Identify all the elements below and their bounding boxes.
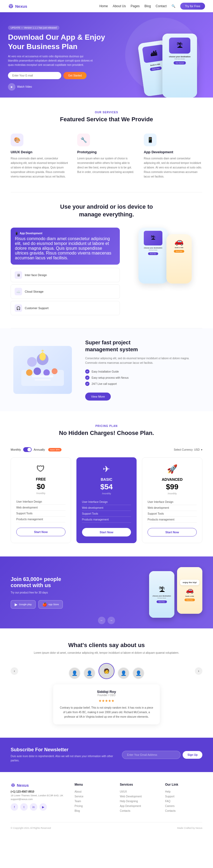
basic-plan-name: BASIC bbox=[82, 477, 131, 482]
hero-section: UPDATE — Version 1.1.1 has just released… bbox=[0, 12, 213, 97]
manage-phone2-label: book a ride bbox=[175, 247, 183, 248]
footer-menu-about[interactable]: About bbox=[75, 790, 112, 793]
manage-feature-cloud[interactable]: ☁️ Cloud Storage bbox=[11, 284, 120, 299]
footer-link-careers[interactable]: Careers bbox=[165, 805, 202, 807]
project-illustration bbox=[13, 346, 72, 394]
try-free-button[interactable]: Try for Free bbox=[180, 3, 205, 9]
footer-phone[interactable]: (+1) 123-4567-8910 bbox=[11, 790, 67, 793]
footer-menu-service[interactable]: Service bbox=[75, 795, 112, 798]
search-icon[interactable]: 🔍 bbox=[172, 4, 175, 8]
manage-feature-ui[interactable]: 🖥 Inter face Design bbox=[11, 268, 120, 282]
avatar-4[interactable]: 👤 bbox=[118, 667, 130, 679]
avatar-1[interactable]: 👤 bbox=[69, 667, 80, 679]
footer-link-support[interactable]: Support bbox=[165, 795, 202, 798]
phone-screen-text: book a ride bbox=[150, 63, 160, 66]
footer-service-helpdesign[interactable]: Help Designing bbox=[120, 800, 157, 803]
pricing-currency-label: Select Currency bbox=[174, 448, 193, 451]
cta-desc: Try our product free for 30 days bbox=[11, 591, 141, 595]
hero-email-input[interactable] bbox=[8, 72, 61, 79]
avatar-3[interactable]: 🧑 bbox=[99, 663, 114, 679]
footer-address: 18 Lower Thames Street, London EC3R 6AD,… bbox=[11, 794, 67, 797]
footer-menu-pricing[interactable]: Pricing bbox=[75, 805, 112, 807]
pricing-monthly-label: Monthly bbox=[11, 448, 21, 451]
manage-phone2-car: 🚗 bbox=[174, 237, 184, 246]
pricing-save-badge: Save 30% bbox=[48, 448, 62, 452]
advanced-plan-icon: 🚀 bbox=[147, 464, 197, 474]
testimonials-next-button[interactable]: › bbox=[195, 667, 202, 675]
footer-menu-blog[interactable]: Blog bbox=[75, 809, 112, 812]
testimonials-prev-button[interactable]: ‹ bbox=[11, 667, 18, 675]
footer-service-contacts[interactable]: Contacts bbox=[120, 809, 157, 812]
feature-dot-1 bbox=[85, 369, 90, 374]
next-arrow-button[interactable]: → bbox=[108, 617, 115, 624]
google-play-button[interactable]: ▶ Google play bbox=[11, 600, 36, 609]
manage-app-card-desc: Risus commodo diam amet consectetur adip… bbox=[15, 237, 115, 260]
manage-left: 📱 App Development Risus commodo diam ame… bbox=[11, 227, 120, 317]
nav-home[interactable]: Home bbox=[99, 4, 108, 8]
review-text: Contrary to popular belief, This is not … bbox=[59, 706, 154, 719]
pricing-toggle-switch[interactable] bbox=[23, 447, 32, 452]
prototyping-desc: Lorem ipsum when our system of choice is… bbox=[77, 156, 136, 174]
cta-phones: 🏝 choose your destination find best deal… bbox=[149, 567, 202, 618]
project-view-more-button[interactable]: View More bbox=[85, 393, 111, 401]
footer-email[interactable]: support@nexus.com bbox=[11, 798, 67, 801]
phone-main-sub: find best deals bbox=[175, 58, 185, 60]
cloud-feature-icon: ☁️ bbox=[15, 288, 22, 295]
hero-badge: UPDATE — Version 1.1.1 has just released bbox=[8, 26, 59, 30]
twitter-icon[interactable]: t bbox=[20, 803, 28, 811]
instagram-icon[interactable]: in bbox=[30, 803, 37, 811]
free-start-button[interactable]: Start Now bbox=[16, 528, 66, 536]
facebook-icon[interactable]: f bbox=[11, 803, 18, 811]
newsletter-signup-button[interactable]: Sign Up bbox=[183, 751, 202, 759]
appdev-icon: 📱 bbox=[144, 133, 156, 146]
basic-start-button[interactable]: Start Now bbox=[82, 528, 131, 536]
testimonials-section: What's clients say about us Lorem ipsum … bbox=[0, 628, 213, 738]
services-label: OUR SERVICES bbox=[11, 111, 202, 114]
app-store-button[interactable]: 🍎 App Store bbox=[38, 600, 63, 609]
footer-service-webdev[interactable]: Web Development bbox=[120, 795, 157, 798]
advanced-feature-1: User Interface Design bbox=[147, 499, 197, 505]
manage-phone-secondary: 🚗 book a ride Book Ride bbox=[167, 234, 192, 284]
youtube-icon[interactable]: ▶ bbox=[39, 803, 47, 811]
footer-link-contacts[interactable]: Contacts bbox=[165, 809, 202, 812]
basic-plan-price: $54 bbox=[82, 483, 131, 491]
pricing-currency-selector[interactable]: Select Currency USD ▾ bbox=[174, 448, 202, 451]
footer-link-faq[interactable]: FAQ bbox=[165, 800, 202, 803]
service-card-uiux: 🎨 UI/UX Design Risus commodo diam amet, … bbox=[11, 133, 69, 179]
project-desc: Consectetur adipiscing elit, sed do eius… bbox=[85, 356, 202, 365]
cta-phone1-sub: find best deals bbox=[157, 597, 166, 599]
hero-phone-primary: 🏝 choose your destination find best deal… bbox=[163, 34, 197, 97]
footer-service-uiux[interactable]: UI/UX bbox=[120, 790, 157, 793]
basic-feature-2: Web development bbox=[82, 505, 131, 511]
support-feature-label: Customer Support bbox=[25, 307, 48, 310]
nav-blog[interactable]: Blog bbox=[145, 4, 151, 8]
avatar-2[interactable]: 👤 bbox=[83, 667, 95, 679]
nav-pages[interactable]: Pages bbox=[131, 4, 140, 8]
nav-contact[interactable]: Contact bbox=[156, 4, 167, 8]
free-plan-features: User Interface Design Web development Su… bbox=[16, 499, 66, 522]
advanced-start-button[interactable]: Start Now bbox=[147, 528, 197, 536]
footer-bottom: © Copyright 2021 All Rights Reserved Mad… bbox=[11, 822, 202, 829]
pricing-card-basic: ✈ BASIC $54 /monthly User Interface Desi… bbox=[76, 457, 137, 543]
cta-phone2-text: book a ride bbox=[185, 595, 194, 597]
uiux-desc: Risus commodo diam amet, consectetur adi… bbox=[11, 156, 69, 179]
avatar-5[interactable]: 👤 bbox=[133, 667, 144, 679]
logo[interactable]: Nexus bbox=[8, 3, 27, 9]
footer-menu-team[interactable]: Team bbox=[75, 800, 112, 803]
manage-phone-img: 🏝 bbox=[144, 231, 163, 245]
hero-phones: 🏙 book a ride Book Now 🏝 choose your des… bbox=[125, 28, 213, 97]
phone-main-illustration: 🏝 bbox=[169, 38, 190, 54]
footer-service-appdev[interactable]: App Development bbox=[120, 805, 157, 807]
basic-feature-1: User Interface Design bbox=[82, 499, 131, 505]
hero-get-started-button[interactable]: Get Started bbox=[63, 72, 86, 79]
cta-phone2-btn: Book Now bbox=[184, 598, 195, 601]
cta-left: Join 63,000+ peopleconnect with us Try o… bbox=[11, 576, 141, 609]
pricing-header: PRICING PLAN No Hidden Charges! Choose P… bbox=[11, 425, 202, 437]
advanced-plan-name: ADVANCED bbox=[147, 477, 197, 482]
project-title: Super fast projectmanagement system bbox=[85, 339, 202, 353]
footer-link-help[interactable]: Help bbox=[165, 790, 202, 793]
prev-arrow-button[interactable]: ← bbox=[98, 617, 105, 624]
nav-about[interactable]: About Us bbox=[113, 4, 126, 8]
newsletter-email-input[interactable] bbox=[122, 751, 180, 759]
manage-feature-support[interactable]: 🎧 Customer Support bbox=[11, 301, 120, 315]
